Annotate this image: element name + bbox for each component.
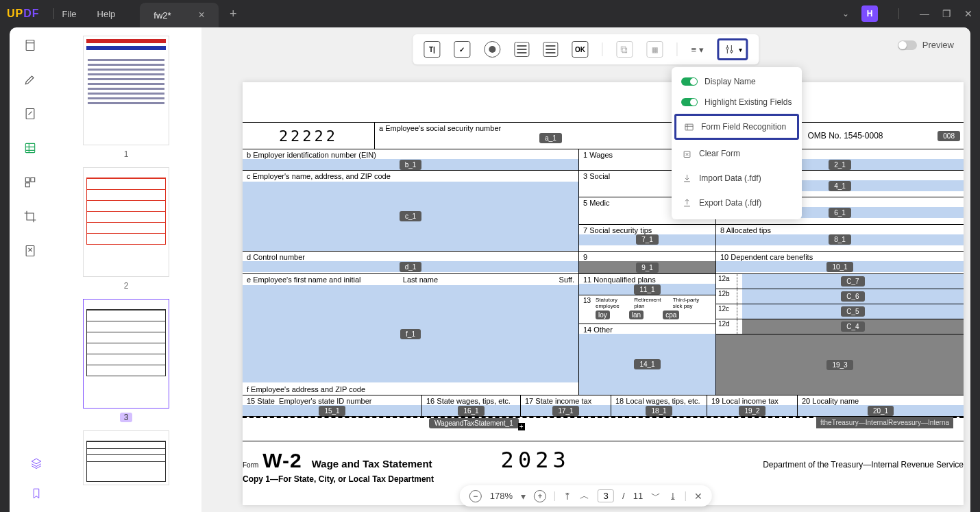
thumb-1[interactable]: 1 [64, 36, 188, 159]
dd-clear-form[interactable]: Clear Form [672, 141, 802, 166]
edit-icon[interactable] [23, 107, 37, 121]
field-2-1[interactable]: 2_1 [829, 160, 851, 170]
prev-page-icon[interactable]: ︿ [580, 490, 589, 502]
box-12b: 12bC_6 [716, 289, 964, 304]
preview-toggle[interactable]: Preview [898, 40, 954, 50]
field-f1[interactable]: f_1 [400, 329, 421, 339]
thumb-3[interactable]: 3 [64, 299, 188, 422]
field-4-1[interactable]: 4_1 [829, 181, 851, 191]
label: f Employee's address and ZIP code [247, 385, 365, 393]
field-20-1[interactable]: 20_1 [868, 406, 894, 416]
crop-icon[interactable] [23, 210, 37, 223]
form-footer: Form W-2 Wage and Tax Statement 2023 Dep… [243, 441, 964, 487]
file-menu[interactable]: File [62, 9, 77, 19]
chip-wage-stmt[interactable]: WageandTaxStatement_1 [429, 418, 519, 428]
chip-c6[interactable]: C_6 [841, 291, 864, 302]
thumb-4[interactable] [64, 430, 188, 485]
label: d Control number [247, 253, 305, 261]
button-field-icon[interactable]: OK [572, 41, 588, 58]
page-input[interactable] [598, 489, 614, 502]
close-controls-icon[interactable]: ✕ [694, 491, 702, 502]
help-menu[interactable]: Help [97, 9, 116, 19]
label: Employer's state ID number [279, 397, 371, 405]
bookmark-icon[interactable] [30, 487, 42, 502]
user-avatar[interactable]: H [861, 5, 878, 22]
field-c1[interactable]: c_1 [400, 211, 421, 221]
field-15-1[interactable]: 15_1 [319, 406, 345, 416]
dropdown-field-icon[interactable] [514, 42, 529, 57]
dd-import-data[interactable]: Import Data (.fdf) [672, 166, 802, 191]
highlight-icon[interactable] [23, 73, 37, 86]
list-field-icon[interactable] [543, 42, 558, 57]
organize-icon[interactable] [23, 175, 37, 189]
dd-display-name[interactable]: Display Name [672, 71, 802, 92]
radio-icon[interactable] [484, 41, 500, 58]
chevron-down-icon[interactable]: ⌄ [842, 9, 849, 19]
align-dropdown[interactable]: ≡ ▾ [691, 45, 703, 55]
document-tab[interactable]: fw2* × [140, 3, 219, 27]
toggle-switch[interactable] [898, 40, 917, 50]
separator [676, 42, 677, 56]
field-18-1[interactable]: 18_1 [646, 406, 672, 416]
field-a1[interactable]: a_1 [539, 133, 562, 143]
label: e Employee's first name and initial [247, 276, 403, 284]
text-field-icon[interactable]: T| [424, 41, 440, 58]
close-icon[interactable]: ✕ [964, 8, 973, 19]
field-8-1[interactable]: 8_1 [829, 234, 851, 245]
chip-008[interactable]: 008 [938, 131, 960, 141]
chip-lan[interactable]: lan [629, 310, 644, 319]
app-logo: UPDF [7, 8, 40, 20]
field-b1[interactable]: b_1 [400, 160, 422, 170]
dd-highlight-fields[interactable]: Highlight Existing Fields [672, 92, 802, 112]
box-12c: 12cC_5 [716, 304, 964, 319]
field-7-1[interactable]: 7_1 [636, 234, 659, 245]
field-19-2[interactable]: 19_2 [739, 406, 765, 416]
field-10-1[interactable]: 10_1 [826, 262, 853, 272]
grid-icon[interactable]: ▦ [646, 41, 663, 58]
field-d1[interactable]: d_1 [400, 262, 422, 272]
preview-label: Preview [922, 40, 954, 50]
dd-export-data[interactable]: Export Data (.fdf) [672, 191, 802, 215]
dd-form-recognition[interactable]: Form Field Recognition [674, 114, 799, 140]
thumbnail-panel[interactable]: 1 2 3 [51, 27, 201, 512]
minimize-icon[interactable]: — [920, 8, 929, 19]
field-16-1[interactable]: 16_1 [458, 406, 484, 416]
zoom-in-button[interactable]: + [534, 490, 546, 502]
field-14-1[interactable]: 14_1 [634, 359, 660, 369]
copy-icon[interactable]: ⿻ [616, 41, 633, 58]
page-icon[interactable] [23, 38, 37, 52]
checkbox-icon[interactable]: ✓ [454, 41, 470, 58]
label: Last name [403, 276, 559, 284]
zoom-out-button[interactable]: − [469, 490, 482, 502]
last-page-icon[interactable]: ⤓ [669, 491, 677, 502]
chip-loy[interactable]: loy [596, 310, 610, 319]
label: 20 Locality name [802, 397, 859, 405]
thumb-2[interactable]: 2 [64, 167, 188, 291]
first-page-icon[interactable]: ⤒ [563, 491, 572, 502]
field-11-1[interactable]: 11_1 [634, 284, 660, 295]
form-icon[interactable] [23, 141, 37, 155]
chip-c4[interactable]: C_4 [841, 321, 864, 332]
chip-c7[interactable]: C_7 [841, 276, 864, 287]
maximize-icon[interactable]: ❐ [942, 8, 951, 19]
compress-icon[interactable] [23, 244, 37, 258]
chip-c5[interactable]: C_5 [841, 306, 864, 317]
add-tab-button[interactable]: + [230, 0, 237, 27]
dd-label: Display Name [705, 77, 756, 86]
row-b-1-2: b Employer identification number (EIN)b_… [243, 149, 964, 171]
chip-cpa[interactable]: cpa [663, 310, 679, 319]
form-tools-button[interactable]: ▾ [718, 38, 748, 60]
label: 18 Local wages, tips, etc. [615, 397, 700, 405]
field-6-1[interactable]: 6_1 [829, 208, 851, 218]
svg-rect-5 [25, 183, 29, 187]
document-area[interactable]: T| ✓ OK ⿻ ▦ ≡ ▾ ▾ Preview Display Name H… [201, 27, 970, 512]
field-17-1[interactable]: 17_1 [552, 406, 578, 416]
zoom-dropdown-icon[interactable]: ▾ [521, 491, 526, 502]
next-page-icon[interactable]: ﹀ [651, 490, 661, 502]
layers-icon[interactable] [30, 457, 42, 472]
tab-close-icon[interactable]: × [199, 9, 205, 21]
separator [602, 42, 602, 56]
field-9-1[interactable]: 9_1 [636, 263, 659, 273]
chip-19-3[interactable]: 19_3 [826, 360, 853, 370]
box-22222: 22222 [243, 123, 375, 149]
